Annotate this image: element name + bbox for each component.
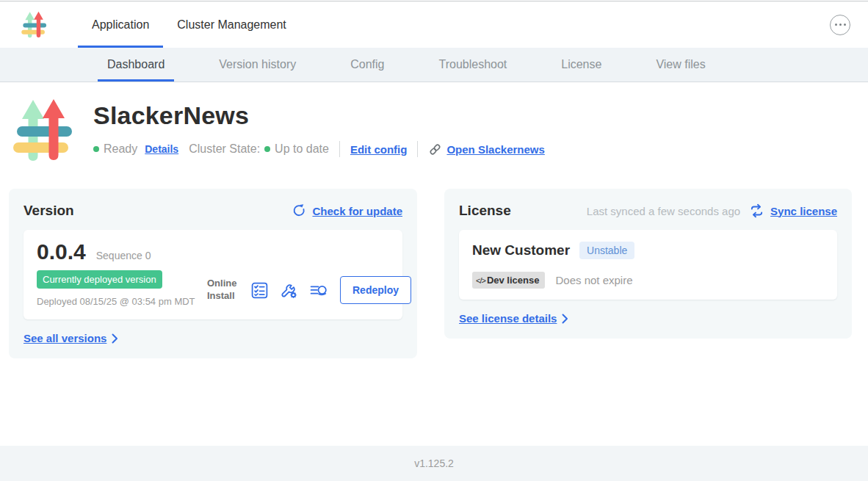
cluster-state-text: Up to date	[275, 142, 329, 156]
license-expiry-text: Does not expire	[555, 274, 632, 286]
sync-license-link[interactable]: Sync license	[770, 205, 837, 217]
customer-name: New Customer	[472, 242, 570, 258]
license-card-title: License	[459, 203, 511, 219]
version-card-title: Version	[23, 203, 74, 219]
top-navbar: Application Cluster Management	[0, 1, 868, 48]
channel-badge: Unstable	[579, 242, 634, 259]
cluster-state-dot	[264, 146, 270, 152]
open-app-link[interactable]: Open Slackernews	[446, 143, 544, 156]
app-status-row: Ready Details Cluster State: Up to date …	[93, 141, 545, 157]
tab-cluster-management[interactable]: Cluster Management	[163, 1, 300, 48]
console-footer: v1.125.2	[0, 446, 868, 481]
license-details-panel: New Customer Unstable </> Dev license Do…	[459, 230, 837, 300]
chevron-right-icon	[562, 314, 568, 324]
app-header: SlackerNews Ready Details Cluster State:…	[0, 82, 868, 165]
see-license-details-row: See license details	[459, 312, 837, 325]
chevron-right-icon	[112, 333, 118, 344]
page-title: SlackerNews	[93, 101, 545, 130]
app-status-dot	[93, 146, 99, 152]
see-all-versions-row: See all versions	[23, 332, 402, 344]
see-license-details-link[interactable]: See license details	[459, 312, 557, 325]
current-version-panel: 0.0.4 Sequence 0 Currently deployed vers…	[23, 230, 402, 319]
app-status-text: Ready	[104, 142, 137, 156]
license-card: License Last synced a few seconds ago Sy…	[444, 189, 852, 339]
status-details-link[interactable]: Details	[145, 143, 178, 155]
license-type-badge: </> Dev license	[472, 272, 545, 289]
tab-application[interactable]: Application	[78, 1, 163, 48]
app-icon	[11, 96, 77, 165]
sync-icon	[749, 203, 764, 218]
check-for-update-link[interactable]: Check for update	[312, 205, 402, 217]
tab-troubleshoot[interactable]: Troubleshoot	[429, 48, 516, 82]
version-sequence: Sequence 0	[96, 250, 151, 261]
tab-view-files[interactable]: View files	[646, 48, 715, 82]
version-number: 0.0.4	[37, 239, 86, 264]
refresh-icon	[292, 203, 306, 218]
link-chain-icon	[428, 142, 442, 156]
edit-config-link[interactable]: Edit config	[350, 143, 408, 156]
view-diff-icon[interactable]	[309, 281, 329, 300]
app-subnav: Dashboard Version history Config Trouble…	[0, 48, 868, 82]
edit-config-icon[interactable]	[280, 281, 298, 300]
preflight-checks-icon[interactable]	[250, 281, 269, 300]
version-card: Version Check for update 0.0.4 Sequence …	[9, 189, 417, 358]
divider	[417, 141, 418, 157]
code-icon: </>	[476, 276, 485, 285]
app-logo-icon	[21, 10, 48, 40]
console-version: v1.125.2	[414, 458, 454, 469]
license-type-text: Dev license	[487, 275, 540, 286]
deployed-timestamp: Deployed 08/15/25 @ 03:54 pm MDT	[37, 295, 197, 308]
redeploy-button[interactable]: Redeploy	[340, 276, 411, 304]
divider	[339, 141, 340, 157]
dashboard-cards: Version Check for update 0.0.4 Sequence …	[0, 189, 868, 358]
see-all-versions-link[interactable]: See all versions	[23, 332, 106, 344]
navbar-right	[830, 15, 850, 35]
primary-tabs: Application Cluster Management	[78, 1, 300, 48]
install-type-label: Online Install	[207, 278, 239, 303]
tab-dashboard[interactable]: Dashboard	[98, 48, 174, 82]
ellipsis-menu-icon[interactable]	[830, 15, 850, 35]
cluster-state-label: Cluster State:	[189, 142, 260, 156]
deployed-badge: Currently deployed version	[37, 270, 162, 289]
last-synced-text: Last synced a few seconds ago	[587, 205, 740, 217]
tab-license[interactable]: License	[551, 48, 611, 82]
tab-config[interactable]: Config	[341, 48, 394, 82]
tab-version-history[interactable]: Version history	[209, 48, 305, 82]
